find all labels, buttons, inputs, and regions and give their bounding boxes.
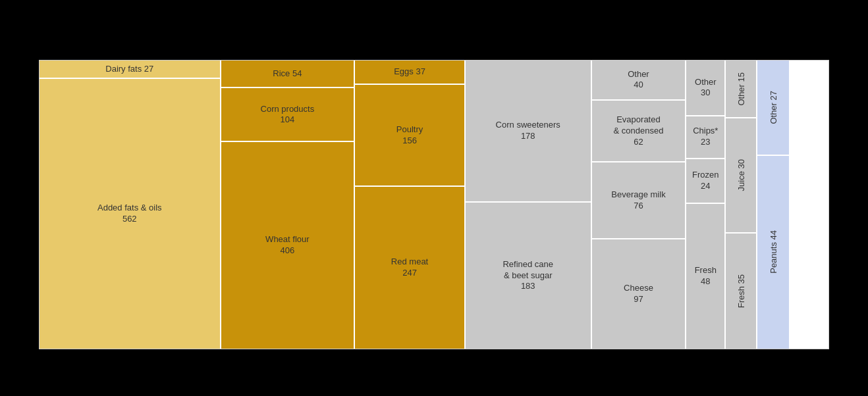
label-eggs: Eggs 37	[394, 66, 425, 78]
cell-corn-sweeteners: Corn sweeteners 178	[466, 61, 591, 203]
treemap-chart: Dairy fats 27Added fats & oils 562Rice 5…	[39, 60, 829, 349]
label-added-fats: Added fats & oils 562	[97, 203, 162, 225]
column-col1: Dairy fats 27Added fats & oils 562	[40, 61, 221, 349]
cell-poultry: Poultry 156	[355, 85, 464, 187]
cell-wheat-flour: Wheat flour 406	[221, 142, 354, 349]
cell-other-30: Other 30	[686, 61, 724, 116]
cell-juice-30: Juice 30	[726, 118, 756, 234]
label-beverage-milk: Beverage milk 76	[611, 189, 665, 212]
label-fresh-48: Fresh 48	[695, 265, 717, 287]
label-other-15: Other 15	[736, 72, 746, 106]
cell-evaporated: Evaporated & condensed 62	[592, 101, 686, 163]
label-peanuts-44: Peanuts 44	[769, 230, 778, 274]
cell-peanuts-44: Peanuts 44	[757, 156, 789, 349]
cell-frozen: Frozen 24	[686, 159, 724, 204]
label-frozen: Frozen 24	[692, 170, 719, 192]
label-refined-sugar: Refined cane & beet sugar 183	[502, 259, 553, 293]
label-poultry: Poultry 156	[396, 124, 423, 147]
column-col2: Rice 54Corn products 104Wheat flour 406	[221, 61, 356, 349]
label-juice-30: Juice 30	[736, 159, 746, 191]
cell-chips: Chips* 23	[686, 116, 724, 159]
column-col7: Other 15Juice 30Fresh 35	[726, 61, 757, 349]
label-other-40: Other 40	[628, 69, 649, 91]
cell-refined-sugar: Refined cane & beet sugar 183	[466, 203, 591, 349]
column-col8: Other 27Peanuts 44	[757, 61, 789, 349]
label-red-meat: Red meat 247	[391, 257, 428, 279]
label-corn-sweeteners: Corn sweeteners 178	[496, 120, 560, 142]
cell-corn-products: Corn products 104	[221, 88, 354, 142]
cell-fresh-48: Fresh 48	[686, 204, 724, 349]
column-col3: Eggs 37Poultry 156Red meat 247	[355, 61, 466, 349]
cell-fresh-35: Fresh 35	[726, 234, 756, 349]
column-col5: Other 40Evaporated & condensed 62Beverag…	[592, 61, 687, 349]
cell-added-fats: Added fats & oils 562	[40, 79, 220, 349]
column-col6: Other 30Chips* 23Frozen 24Fresh 48	[686, 61, 726, 349]
cell-other-15: Other 15	[726, 61, 756, 118]
label-other-30: Other 30	[695, 77, 717, 99]
label-fresh-35: Fresh 35	[736, 274, 746, 308]
label-dairy-fats: Dairy fats 27	[105, 64, 153, 75]
cell-eggs: Eggs 37	[355, 61, 464, 85]
label-other-27: Other 27	[769, 91, 778, 124]
cell-rice: Rice 54	[221, 61, 354, 88]
label-evaporated: Evaporated & condensed 62	[614, 114, 664, 148]
cell-beverage-milk: Beverage milk 76	[592, 162, 686, 239]
label-cheese: Cheese 97	[624, 283, 653, 305]
column-col4: Corn sweeteners 178Refined cane & beet s…	[466, 61, 592, 349]
cell-other-40: Other 40	[592, 61, 686, 101]
cell-red-meat: Red meat 247	[355, 187, 464, 349]
label-chips: Chips* 23	[693, 126, 718, 148]
label-wheat-flour: Wheat flour 406	[265, 234, 309, 257]
cell-other-27: Other 27	[757, 61, 789, 156]
cell-cheese: Cheese 97	[592, 239, 686, 349]
label-rice: Rice 54	[273, 68, 302, 80]
cell-dairy-fats: Dairy fats 27	[40, 61, 220, 79]
label-corn-products: Corn products 104	[261, 104, 315, 126]
